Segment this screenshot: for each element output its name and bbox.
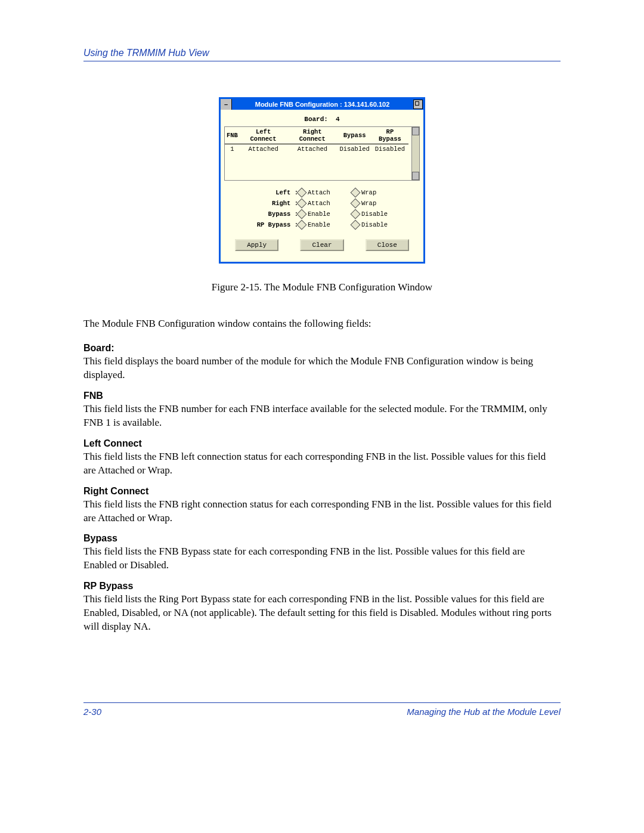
scroll-down-icon[interactable] [412, 172, 419, 180]
col-fnb: FNB [225, 127, 240, 144]
left-attach-text: Attach [308, 189, 330, 196]
rp-disable-text: Disable [361, 221, 388, 228]
fnb-list: FNB Left Connect Right Connect Bypass RP… [224, 126, 420, 181]
rp-enable-option[interactable]: Enable [298, 221, 352, 228]
bypass-disable-option[interactable]: Disable [352, 210, 405, 218]
system-menu-icon[interactable]: – [221, 99, 232, 110]
field-heading-left: Left Connect [83, 438, 561, 449]
window-title: Module FNB Configuration : 134.141.60.10… [232, 101, 413, 108]
diamond-icon [351, 199, 361, 209]
option-grid: Left : Attach Wrap Right : Attach Wrap B… [224, 189, 420, 228]
page-number: 2-30 [83, 707, 101, 717]
cell-fnb: 1 [225, 144, 240, 181]
scrollbar[interactable] [411, 127, 419, 180]
left-attach-option[interactable]: Attach [298, 189, 352, 196]
field-desc-board: This field displays the board number of … [83, 355, 561, 382]
apply-button[interactable]: Apply [235, 239, 278, 251]
running-header: Using the TRMMIM Hub View [83, 48, 561, 61]
button-row: Apply Clear Close [224, 239, 420, 251]
rp-label: RP Bypass : [239, 221, 298, 228]
diamond-icon [351, 188, 361, 198]
diamond-icon [297, 220, 307, 230]
left-label: Left : [239, 189, 298, 196]
right-wrap-option[interactable]: Wrap [352, 200, 405, 207]
diamond-icon [297, 188, 307, 198]
field-desc-left: This field lists the FNB left connection… [83, 450, 561, 478]
intro-paragraph: The Module FNB Configuration window cont… [83, 317, 561, 331]
board-value: 4 [336, 116, 340, 123]
field-heading-fnb: FNB [83, 391, 561, 401]
col-rp: RP Bypass [371, 127, 408, 144]
rp-enable-text: Enable [308, 221, 330, 228]
bypass-label: Bypass : [239, 210, 298, 218]
left-wrap-text: Wrap [361, 189, 376, 196]
window-body: Board: 4 FNB Left Connect Right Connect … [221, 110, 423, 262]
col-left: Left Connect [240, 127, 287, 144]
field-heading-rp: RP Bypass [83, 581, 561, 592]
right-label: Right : [239, 200, 298, 207]
cell-left: Attached [240, 144, 287, 181]
diamond-icon [351, 220, 361, 230]
diamond-icon [297, 209, 307, 219]
fnb-table: FNB Left Connect Right Connect Bypass RP… [225, 127, 419, 180]
right-attach-text: Attach [308, 200, 330, 207]
bypass-enable-text: Enable [308, 210, 330, 218]
diamond-icon [297, 199, 307, 209]
cell-right: Attached [287, 144, 338, 181]
diamond-icon [351, 209, 361, 219]
scroll-up-icon[interactable] [412, 127, 419, 135]
window-titlebar: – Module FNB Configuration : 134.141.60.… [221, 99, 423, 110]
close-button[interactable]: Close [366, 239, 409, 251]
page-footer: 2-30 Managing the Hub at the Module Leve… [83, 702, 561, 717]
field-heading-right: Right Connect [83, 486, 561, 497]
field-desc-fnb: This field lists the FNB number for each… [83, 402, 561, 430]
field-desc-rp: This field lists the Ring Port Bypass st… [83, 593, 561, 634]
right-wrap-text: Wrap [361, 200, 376, 207]
field-heading-bypass: Bypass [83, 533, 561, 544]
field-desc-right: This field lists the FNB right connectio… [83, 498, 561, 525]
fnb-config-window: – Module FNB Configuration : 134.141.60.… [219, 97, 425, 264]
cell-bypass: Disabled [338, 144, 371, 181]
maximize-icon[interactable] [413, 100, 423, 109]
left-wrap-option[interactable]: Wrap [352, 189, 405, 196]
rp-disable-option[interactable]: Disable [352, 221, 405, 228]
right-attach-option[interactable]: Attach [298, 200, 352, 207]
bypass-disable-text: Disable [361, 210, 388, 218]
figure-caption: Figure 2-15. The Module FNB Configuratio… [83, 281, 561, 293]
clear-button[interactable]: Clear [300, 239, 343, 251]
table-row[interactable]: 1 Attached Attached Disabled Disabled [225, 144, 419, 181]
bypass-enable-option[interactable]: Enable [298, 210, 352, 218]
col-right: Right Connect [287, 127, 338, 144]
cell-rp: Disabled [371, 144, 408, 181]
field-heading-board: Board: [83, 343, 561, 354]
col-bypass: Bypass [338, 127, 371, 144]
board-label: Board: [304, 116, 328, 123]
board-line: Board: 4 [224, 113, 420, 126]
section-title: Managing the Hub at the Module Level [407, 707, 561, 717]
field-desc-bypass: This field lists the FNB Bypass state fo… [83, 545, 561, 572]
